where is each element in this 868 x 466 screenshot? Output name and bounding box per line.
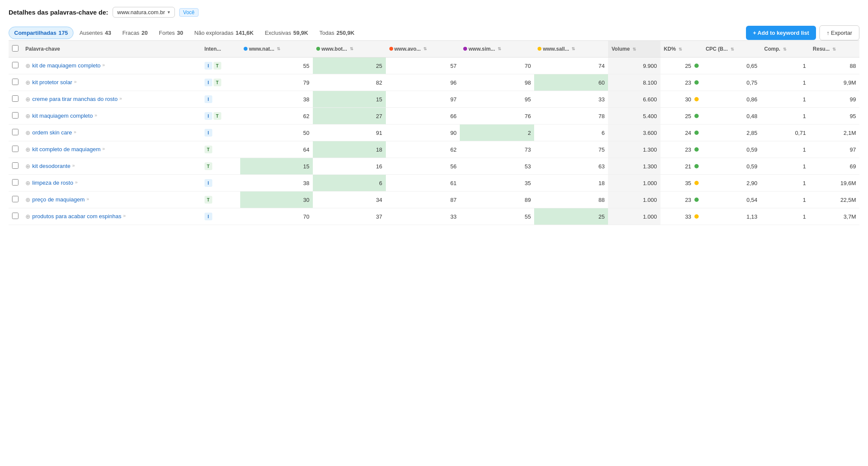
domain-val-cell: 70 [240,208,312,225]
keyword-link[interactable]: kit maquiagem completo » [32,113,97,119]
domain-selector[interactable]: www.natura.com.br ▾ [113,7,175,18]
col-resu[interactable]: Resu... ⇅ [810,41,859,58]
arrow-right-icon: » [75,180,77,185]
col-cpc[interactable]: CPC (B... ⇅ [702,41,761,58]
table-row: ⊕ kit maquiagem completo » IT62276676785… [9,108,859,125]
keyword-link[interactable]: creme para tirar manchas do rosto » [32,96,122,102]
volume-cell: 3.600 [608,125,660,141]
tab-todas[interactable]: Todas 250,9K [314,27,360,39]
plus-icon: ⊕ [25,96,31,103]
col-volume[interactable]: Volume ⇅ [608,41,660,58]
col-sim[interactable]: www.sim...⇅ [460,41,534,58]
row-checkbox-0[interactable] [12,62,18,68]
resu-cell: 97 [810,141,859,158]
keyword-link[interactable]: produtos para acabar com espinhas » [32,213,126,219]
row-checkbox-6[interactable] [12,162,18,169]
row-checkbox-2[interactable] [12,95,18,102]
keyword-link[interactable]: kit completo de maquiagem » [32,146,105,152]
domain-val-cell: 15 [240,158,312,175]
kd-dot [694,80,699,85]
domain-val-cell: 35 [460,175,534,192]
table-row: ⊕ kit protetor solar » IT79829698608.100… [9,74,859,91]
kd-dot [694,198,699,202]
export-button[interactable]: ↑ Exportar [819,25,859,40]
keyword-link[interactable]: preço de maquiagem » [32,196,89,203]
col-sal[interactable]: www.sall...⇅ [534,41,608,58]
col-bot[interactable]: www.bot...⇅ [313,41,386,58]
tab-exclusivas[interactable]: Exclusivas 59,9K [260,27,313,39]
row-checkbox-5[interactable] [12,146,18,152]
kd-dot [694,131,699,135]
intent-cell: T [201,141,241,158]
cpc-cell: 2,90 [702,175,761,192]
domain-val-cell: 70 [460,58,534,74]
domain-val-cell: 61 [386,175,460,192]
keyword-link[interactable]: kit desodorante » [32,163,75,169]
col-intent: Inten... [201,41,241,58]
domain-val-cell: 95 [460,91,534,108]
resu-cell: 9,9M [810,74,859,91]
plus-icon: ⊕ [25,213,31,220]
row-checkbox-7[interactable] [12,179,18,186]
comp-cell: 1 [761,192,810,208]
cpc-cell: 0,59 [702,141,761,158]
domain-val-cell: 73 [460,141,534,158]
comp-cell: 1 [761,58,810,74]
table-row: ⊕ kit de maquiagem completo » IT55255770… [9,58,859,74]
col-comp[interactable]: Comp. ⇅ [761,41,810,58]
keyword-link[interactable]: kit de maquiagem completo » [32,62,105,69]
col-avo[interactable]: www.avo...⇅ [386,41,460,58]
arrow-right-icon: » [123,213,125,218]
tab-fracas[interactable]: Fracas 20 [117,27,153,39]
add-keyword-button[interactable]: + Add to keyword list [746,26,816,40]
badge-t: T [205,196,212,204]
domain-val-cell: 55 [240,58,312,74]
tab-nao-exploradas[interactable]: Não exploradas 141,6K [189,27,259,39]
domain-val-cell: 97 [386,91,460,108]
domain-val-cell: 33 [386,208,460,225]
domain-val-cell: 50 [240,125,312,141]
keyword-link[interactable]: limpeza de rosto » [32,180,78,186]
resu-cell: 2,1M [810,125,859,141]
arrow-right-icon: » [72,163,75,168]
domain-val-cell: 74 [534,58,608,74]
tab-ausentes[interactable]: Ausentes 43 [74,27,116,39]
kd-dot [694,214,699,219]
kd-dot [694,164,699,168]
select-all-checkbox-header[interactable] [9,41,22,58]
resu-cell: 19,6M [810,175,859,192]
keyword-cell: ⊕ creme para tirar manchas do rosto » [22,91,201,108]
col-nat[interactable]: www.nat...⇅ [240,41,312,58]
filter-tabs: Compartilhadas 175Ausentes 43Fracas 20Fo… [9,27,360,39]
plus-icon: ⊕ [25,129,31,136]
domain-val-cell: 38 [240,175,312,192]
table-row: ⊕ produtos para acabar com espinhas » I7… [9,208,859,225]
badge-i: I [205,112,212,120]
domain-val-cell: 79 [240,74,312,91]
cpc-cell: 0,54 [702,192,761,208]
keyword-link[interactable]: ordem skin care » [32,129,76,136]
volume-cell: 1.000 [608,175,660,192]
domain-val-cell: 96 [386,74,460,91]
arrow-right-icon: » [86,196,89,201]
tab-fortes[interactable]: Fortes 30 [154,27,188,39]
table-header-row: Palavra-chave Inten... www.nat...⇅ www.b… [9,41,859,58]
intent-cell: IT [201,58,241,74]
row-checkbox-9[interactable] [12,213,18,219]
cpc-cell: 0,48 [702,108,761,125]
badge-t: T [205,146,212,153]
kd-cell: 23 [660,141,702,158]
row-checkbox-8[interactable] [12,196,18,202]
volume-cell: 1.300 [608,158,660,175]
row-checkbox-1[interactable] [12,79,18,85]
kd-dot [694,97,699,101]
resu-cell: 3,7M [810,208,859,225]
row-checkbox-3[interactable] [12,112,18,119]
keyword-link[interactable]: kit protetor solar » [32,79,76,85]
domain-val-cell: 63 [534,158,608,175]
tab-compartilhadas[interactable]: Compartilhadas 175 [9,27,73,39]
col-kd[interactable]: KD% ⇅ [660,41,702,58]
kd-dot [694,147,699,152]
comp-cell: 1 [761,108,810,125]
row-checkbox-4[interactable] [12,129,18,135]
